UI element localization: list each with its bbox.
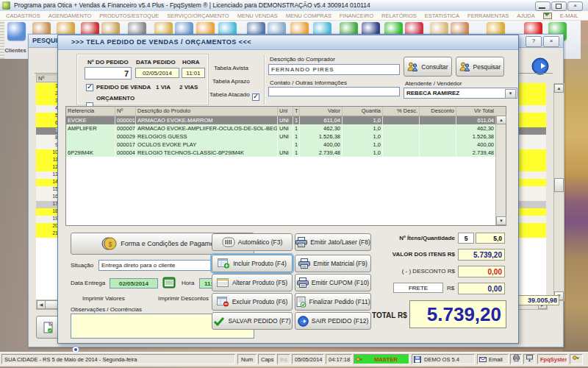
itens-quant-field: 5,0: [476, 233, 505, 244]
pedido-venda-checkbox[interactable]: [86, 84, 93, 91]
pesquisa-close-button[interactable]: ×: [543, 36, 559, 47]
buyer-desc-label: Descrição do Comprador: [270, 56, 335, 63]
coin-icon: $: [101, 236, 118, 251]
calendar-icon[interactable]: [162, 277, 176, 289]
col-header-8[interactable]: Desconto: [420, 107, 456, 116]
imprimir-descontos-label: Imprimir Descontos: [158, 295, 209, 302]
people-icon: [407, 62, 418, 71]
restore-button[interactable]: [551, 1, 567, 11]
emitir-jato-laser-f8-button[interactable]: Emitir Jato/Laser (F8): [295, 233, 371, 251]
desconto-label: ( - ) DESCONTO R$: [381, 268, 455, 275]
pesquisar-label: Pesquisar: [473, 63, 501, 71]
status-caps: Caps: [258, 354, 276, 364]
menu-item-menu-compras[interactable]: MENU COMPRAS: [286, 13, 331, 19]
close-button[interactable]: ×: [567, 1, 583, 11]
excluir-produto-f6-button[interactable]: Excluir Produto (F6): [212, 293, 293, 311]
via1-label: 1 VIA: [156, 84, 171, 91]
rs-label: R$: [447, 285, 454, 291]
data-entrega-field[interactable]: 02/05/2014: [110, 278, 158, 289]
disk-icon: [414, 356, 421, 363]
menu-item-servi-o-or-amento[interactable]: SERVIÇO/ORÇAMENTO: [167, 13, 229, 19]
pesquisa-vscrollbar[interactable]: ▲ ▼: [553, 83, 564, 301]
vendor-label: Atendente / Vendedor: [405, 80, 462, 87]
salvar-pedido-f7-button[interactable]: SALVAR PEDIDO (F7): [212, 312, 293, 330]
itens-count-field: 5: [458, 233, 474, 244]
chevron-down-icon[interactable]: ▼: [505, 89, 516, 99]
menu-item-financeiro[interactable]: FINANCEIRO: [340, 13, 373, 19]
grid-icon: [217, 277, 229, 288]
table-row[interactable]: EVOKE000001ARMACAO EVOKE-MARROMUNI1611,0…: [66, 116, 506, 124]
menu-item-relat-rios[interactable]: RELATÓRIOS: [381, 13, 417, 19]
col-header-4[interactable]: T: [293, 107, 300, 116]
app-title: Programa para Otica + Vendas & Financeir…: [14, 1, 370, 9]
printer-icon: [297, 277, 309, 288]
frete-tag-field[interactable]: FRETE: [393, 283, 443, 293]
col-header-1[interactable]: Nº: [115, 107, 136, 116]
pedido-dialog-titlebar[interactable]: >>> TELA PEDIDO DE VENDAS / ORÇAMENTOS <…: [58, 35, 518, 50]
minimize-button[interactable]: [535, 1, 551, 11]
data-entrega-label: Data Entrega: [71, 280, 105, 286]
menu-item-produtos-estoque[interactable]: PRODUTOS/ESTOQUE: [99, 13, 159, 19]
printer-icon: [298, 258, 310, 269]
consultar-label: Consultar: [421, 63, 448, 71]
wallpaper-photo-right: [562, 43, 588, 352]
status-monitor[interactable]: [523, 354, 535, 364]
app-icon: [2, 1, 10, 10]
vendor-select[interactable]: REBECA RAMIREZ ▼: [404, 88, 517, 99]
table-row[interactable]: 6P29IM4K000004RELOGIO TECHNOS-CLASSIC-6P…: [66, 149, 506, 157]
col-header-7[interactable]: % Desc.: [383, 107, 420, 116]
status-city: SUA CIDADE - RS 5 de Maio de 2014 - Segu…: [1, 354, 235, 364]
order-time-field[interactable]: 11:01: [182, 68, 205, 78]
contact-input[interactable]: [268, 87, 400, 96]
autom-tico-f3-button[interactable]: Automático (F3): [212, 233, 293, 251]
clientes-icon[interactable]: [7, 22, 26, 40]
table-row[interactable]: 000017OCULOS EVOKE PLAY1400,001,0400,00: [66, 141, 506, 149]
col-header-9[interactable]: Vlr Total: [456, 107, 495, 116]
order-date-field[interactable]: 02/05/2014: [135, 68, 179, 78]
menu-item-menu-vendas[interactable]: MENU VENDAS: [237, 13, 278, 19]
finalizar-pedido-f11-button[interactable]: Finalizar Pedido (F11): [295, 293, 371, 311]
emitir-matricial-f9-button[interactable]: Emitir Matricial (F9): [295, 255, 371, 272]
incluir-produto-f4-button[interactable]: Incluir Produto (F4): [212, 255, 293, 272]
tabela-avista-checkbox[interactable]: [252, 93, 259, 101]
buyer-name-input[interactable]: FERNANDO PIRES: [268, 64, 400, 75]
status-brand: FpqSystem: [537, 354, 567, 364]
email-menu-icon: [543, 13, 552, 19]
order-no-field[interactable]: 7: [85, 67, 132, 79]
items-vscrollbar[interactable]: ▲ ▼: [495, 116, 506, 225]
menu-item-cadastros[interactable]: CADASTROS: [6, 13, 40, 19]
barcode-icon: [222, 237, 235, 247]
frete-field[interactable]: 0,00: [458, 283, 505, 294]
col-header-6[interactable]: Quantia: [343, 107, 383, 116]
table-row[interactable]: 000029RELOGIOS GUESSUNI11.526,381,01.526…: [66, 132, 506, 141]
emitir-cupom-f10-button[interactable]: Emitir CUPOM (F10): [295, 274, 371, 291]
col-header-3[interactable]: Uni: [278, 107, 293, 116]
hora-label: Hora: [182, 280, 194, 286]
alterar-produto-f5-button[interactable]: Alterar Produto (F5): [212, 274, 293, 291]
sair-pedido-f12-button[interactable]: SAIR PEDIDO (F12): [295, 312, 371, 330]
menu-item-ajuda[interactable]: AJUDA: [517, 13, 535, 19]
pedido-venda-label: PEDIDO DE VENDA: [96, 84, 151, 91]
doc-check-icon: [296, 297, 306, 308]
menu-item-e-mail[interactable]: E-MAIL: [560, 13, 578, 19]
contact-label: Contato / Outras Informações: [270, 79, 347, 86]
col-header-0[interactable]: Referencia: [66, 107, 115, 116]
order-items-header: ReferenciaNºDescrição do ProdutoUniTValo…: [66, 107, 506, 116]
menu-item-agendamento[interactable]: AGENDAMENTO: [49, 13, 92, 19]
valor-itens-label: VALOR DOS ITENS R$: [381, 251, 455, 258]
order-items-table: ReferenciaNºDescrição do ProdutoUniTValo…: [65, 106, 506, 226]
via2-label: 2 VIAS: [179, 84, 198, 91]
pesquisar-button[interactable]: Pesquisar: [456, 57, 504, 77]
order-no-label: Nº DO PEDIDO: [87, 59, 129, 66]
menu-item-estatistica[interactable]: ESTATISTICA: [425, 13, 459, 19]
consultar-button[interactable]: Consultar: [404, 57, 452, 77]
desconto-field: 0,00: [458, 266, 505, 277]
menu-item-ferramentas[interactable]: FERRAMENTAS: [467, 13, 509, 19]
table-row[interactable]: AMPLIIFER000007ARMACAO EVOKE-AMPLIIFER-O…: [66, 124, 506, 132]
status-printer[interactable]: [510, 354, 522, 364]
col-header-2[interactable]: Descrição do Produto: [136, 107, 278, 116]
toolbar-clientes-label: Clientes: [3, 47, 28, 54]
statusbar: SUA CIDADE - RS 5 de Maio de 2014 - Segu…: [0, 352, 588, 367]
col-header-5[interactable]: Valor: [300, 107, 343, 116]
pesquisa-help-button[interactable]: ?: [526, 36, 542, 47]
